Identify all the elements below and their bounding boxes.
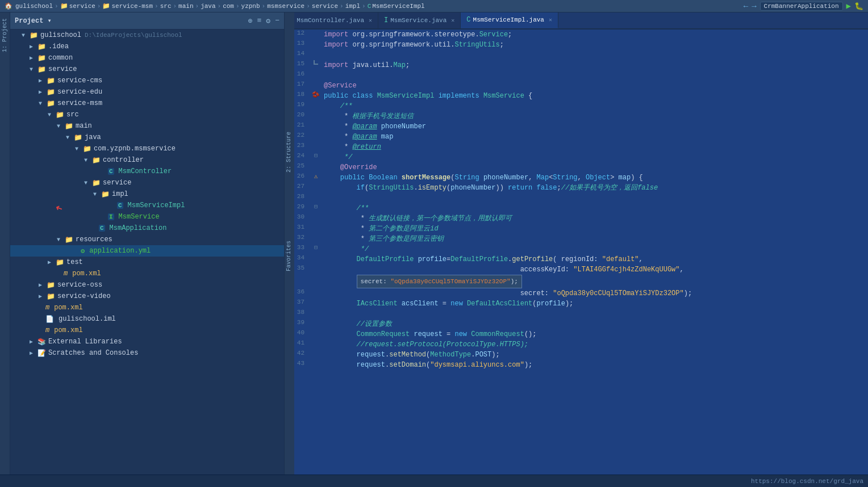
tree-item-service-edu[interactable]: ▶ 📁 service-edu bbox=[10, 86, 284, 98]
tree-label-service-msm: service-msm bbox=[57, 99, 102, 107]
tree-item-gulischool-iml[interactable]: ▶ 📄 gulischool.iml bbox=[10, 313, 284, 325]
tree-item-main[interactable]: ▼ 📁 main bbox=[10, 120, 284, 132]
code-37: IAcsClient acsClient = new DefaultAcsCli… bbox=[322, 299, 868, 309]
fold-29[interactable]: ⊟ bbox=[314, 203, 318, 210]
vtab-structure[interactable]: 2: Structure bbox=[285, 126, 294, 178]
navigate-back-icon[interactable]: ← bbox=[744, 2, 748, 11]
tree-item-idea[interactable]: ▶ 📁 .idea bbox=[10, 41, 284, 52]
config-dropdown[interactable]: CrmBannerApplication bbox=[760, 2, 843, 11]
debug-button[interactable]: 🐛 bbox=[854, 2, 863, 11]
tree-item-pom2[interactable]: ▶ m pom.xml bbox=[10, 325, 284, 336]
fold-33[interactable]: ⊟ bbox=[314, 244, 318, 251]
tree-item-test[interactable]: ▶ 📁 test bbox=[10, 257, 284, 268]
code-line-40: 40 CommonRequest request = new CommonReq… bbox=[285, 329, 868, 339]
code-line-18: 18 🫘 public class MsmServiceImpl impleme… bbox=[285, 91, 868, 101]
vtab-project[interactable]: 1: Project bbox=[1, 12, 9, 58]
tab-close-msmserviceimpl[interactable]: ✕ bbox=[549, 16, 552, 23]
tree-item-service[interactable]: ▼ 📁 service bbox=[10, 64, 284, 75]
bc-java-label[interactable]: java bbox=[201, 3, 215, 10]
tree-item-service-video[interactable]: ▶ 📁 service-video bbox=[10, 291, 284, 302]
bc-yzpnb-label[interactable]: yzpnb bbox=[241, 3, 260, 10]
tree-item-service-cms[interactable]: ▶ 📁 service-cms bbox=[10, 75, 284, 86]
sidebar-title: Project ▾ bbox=[15, 16, 248, 25]
tree-item-pom-root[interactable]: ▶ m pom.xml bbox=[10, 302, 284, 313]
fold-24[interactable]: ⊟ bbox=[314, 152, 318, 159]
folder-icon: 📁 bbox=[92, 179, 101, 187]
tree-label-package: com.yzpnb.msmservice bbox=[94, 145, 176, 153]
tree-item-java[interactable]: ▼ 📁 java bbox=[10, 132, 284, 143]
code-19: /** bbox=[322, 101, 868, 111]
right-vtab-panel: 2: Structure Favorites bbox=[284, 12, 294, 475]
settings-icon[interactable]: ⚙ bbox=[266, 16, 270, 26]
code-35: accessKeyId: "LTAI4GGf4cjh4zZdNeKqUUGw",… bbox=[322, 265, 868, 288]
tree-item-resources[interactable]: ▼ 📁 resources bbox=[10, 234, 284, 245]
tree-item-external-libs[interactable]: ▶ 📚 External Libraries bbox=[10, 336, 284, 347]
bc-service-msm[interactable]: 📁 bbox=[102, 2, 110, 10]
tree-item-impl[interactable]: ▼ 📁 impl bbox=[10, 188, 284, 200]
file-icon: 📄 bbox=[45, 315, 54, 324]
tree-item-msmcontroller[interactable]: ▶ C MsmController bbox=[10, 166, 284, 177]
project-tree[interactable]: ▼ 📁 gulischool D:\IdeaProjects\gulischoo… bbox=[10, 30, 284, 475]
expand-icon[interactable]: ≡ bbox=[257, 16, 262, 26]
bc-service-msm-label[interactable]: service-msm bbox=[111, 3, 153, 10]
code-22: * @param map bbox=[322, 132, 868, 142]
tab-msmservice[interactable]: I MsmService.java ✕ bbox=[378, 12, 461, 28]
tab-msmserviceimpl[interactable]: C MsmServiceImpl.java ✕ bbox=[461, 12, 558, 28]
tree-item-scratches[interactable]: ▶ 📝 Scratches and Consoles bbox=[10, 347, 284, 359]
tree-item-controller[interactable]: ▼ 📁 controller bbox=[10, 154, 284, 166]
bc-service2-label[interactable]: service bbox=[312, 3, 338, 10]
code-line-29: 29 ⊟ /** bbox=[285, 203, 868, 213]
bc-service-label[interactable]: service bbox=[69, 3, 95, 10]
tree-arrow: ▼ bbox=[75, 146, 83, 152]
code-line-17: 17 @Service bbox=[285, 81, 868, 91]
tree-arrow: ▶ bbox=[30, 54, 37, 61]
code-33: */ bbox=[322, 244, 868, 254]
code-18: public class MsmServiceImpl implements M… bbox=[322, 91, 868, 101]
tree-arrow: ▼ bbox=[39, 100, 47, 107]
tab-close-msmservice[interactable]: ✕ bbox=[451, 17, 454, 24]
tree-item-msmservice[interactable]: ▶ I MsmService ➜ bbox=[10, 211, 284, 222]
code-line-12: 12 import org.springframework.stereotype… bbox=[285, 30, 868, 40]
bc-service[interactable]: 📁 bbox=[60, 2, 68, 10]
tree-item-application-yml[interactable]: ▶ ⚙ application.yml bbox=[10, 245, 284, 257]
yaml-icon: ⚙ bbox=[81, 247, 85, 255]
editor-content[interactable]: 12 import org.springframework.stereotype… bbox=[285, 30, 868, 475]
code-25: @Override bbox=[322, 162, 868, 173]
navigate-forward-icon[interactable]: → bbox=[752, 2, 756, 11]
bc-src-label[interactable]: src bbox=[160, 3, 172, 10]
tree-label-service-cms: service-cms bbox=[57, 77, 102, 85]
tab-close-msmcontroller[interactable]: ✕ bbox=[369, 17, 372, 24]
warn-26: ⚠ bbox=[314, 173, 318, 180]
tree-item-service-oss[interactable]: ▶ 📁 service-oss bbox=[10, 279, 284, 291]
code-line-39: 39 //设置参数 bbox=[285, 319, 868, 329]
bc-impl-label[interactable]: impl bbox=[345, 3, 360, 10]
editor-tabs: C MsmController.java ✕ I MsmService.java… bbox=[285, 12, 868, 30]
minimize-icon[interactable]: − bbox=[275, 16, 279, 26]
bc-msmserviceimpl-label[interactable]: MsmServiceImpl bbox=[372, 3, 424, 10]
tree-item-service-msm[interactable]: ▼ 📁 service-msm bbox=[10, 98, 284, 109]
tree-label-pom-msm: pom.xml bbox=[72, 270, 101, 278]
tree-item-msmserviceimpl[interactable]: ▶ C MsmServiceImpl bbox=[10, 200, 284, 211]
tree-item-service-folder[interactable]: ▼ 📁 service bbox=[10, 177, 284, 188]
code-42: request.setMethod(MethodType.POST); bbox=[322, 350, 868, 360]
locate-icon[interactable]: ⊕ bbox=[248, 16, 253, 26]
vtab-favorites[interactable]: Favorites bbox=[285, 235, 294, 277]
bc-gulischool[interactable]: gulischool bbox=[15, 3, 53, 10]
tree-item-common[interactable]: ▶ 📁 common bbox=[10, 52, 284, 64]
bc-com-label[interactable]: com bbox=[223, 3, 234, 10]
tree-item-package[interactable]: ▼ 📁 com.yzpnb.msmservice bbox=[10, 143, 284, 154]
tree-item-msmapplication[interactable]: ▶ C MsmApplication bbox=[10, 222, 284, 234]
tree-arrow: ▶ bbox=[39, 282, 47, 288]
folder-icon: 📁 bbox=[37, 65, 46, 74]
code-31: * 第二个参数是阿里云id bbox=[322, 224, 868, 234]
class-icon: C bbox=[108, 168, 114, 175]
run-button[interactable]: ▶ bbox=[846, 1, 851, 11]
bc-main-label[interactable]: main bbox=[178, 3, 193, 10]
bc-msmservice-label[interactable]: msmservice bbox=[267, 3, 304, 10]
tree-item-gulischool[interactable]: ▼ 📁 gulischool D:\IdeaProjects\gulischoo… bbox=[10, 30, 284, 41]
tree-item-pom-msm[interactable]: ▶ m pom.xml bbox=[10, 268, 284, 279]
sidebar-icons: ⊕ ≡ ⚙ − bbox=[248, 16, 279, 26]
tab-msmcontroller[interactable]: C MsmController.java ✕ bbox=[285, 12, 378, 28]
code-line-43: 43 request.setDomain("dysmsapi.aliyuncs.… bbox=[285, 360, 868, 370]
tree-item-src[interactable]: ▼ 📁 src bbox=[10, 109, 284, 120]
